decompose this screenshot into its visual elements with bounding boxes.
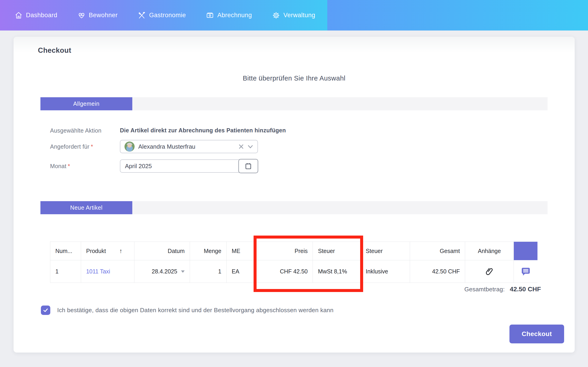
total-value: 42.50 CHF — [510, 286, 541, 293]
checkout-card: Checkout Bitte überprüfen Sie Ihre Auswa… — [14, 37, 575, 352]
home-icon — [15, 11, 23, 19]
clear-icon[interactable] — [238, 144, 244, 150]
cell-number: 1 — [50, 260, 81, 283]
tab-allgemein[interactable]: Allgemein — [40, 97, 132, 110]
col-header-actions — [514, 242, 537, 260]
review-subtitle: Bitte überprüfen Sie Ihre Auswahl — [14, 75, 575, 82]
chevron-down-icon[interactable] — [247, 144, 253, 150]
tab-neue-artikel[interactable]: Neue Artikel — [40, 201, 132, 214]
banknote-icon — [206, 11, 214, 19]
nav-item-label: Gastronomie — [149, 12, 186, 19]
screen: Dashboard Bewohner Gastronomie Abrechnun… — [0, 0, 588, 367]
tabstrip-general: Allgemein — [40, 97, 548, 110]
cell-unit: EA — [227, 260, 258, 283]
cell-date[interactable]: 28.4.2025 — [134, 260, 190, 283]
top-navbar: Dashboard Bewohner Gastronomie Abrechnun… — [0, 0, 588, 31]
checkmark-icon — [43, 307, 48, 313]
nav-items: Dashboard Bewohner Gastronomie Abrechnun… — [15, 0, 315, 31]
total-row: Gesamtbetrag: 42.50 CHF — [464, 286, 541, 293]
nav-item-label: Verwaltung — [284, 12, 315, 19]
cutlery-icon — [138, 11, 146, 19]
cell-price: CHF 42.50 — [258, 260, 313, 283]
required-marker: * — [68, 163, 70, 169]
nav-item-gastronomie[interactable]: Gastronomie — [138, 11, 186, 19]
requested-for-value: Alexandra Musterfrau — [138, 143, 238, 150]
nav-item-abrechnung[interactable]: Abrechnung — [206, 11, 252, 19]
calendar-icon — [245, 162, 252, 170]
action-value: Die Artikel direkt zur Abrechnung des Pa… — [120, 127, 286, 134]
nav-item-label: Bewohner — [89, 12, 118, 19]
confirmation-row: Ich bestätige, dass die obigen Daten kor… — [41, 306, 334, 315]
checkout-button[interactable]: Checkout — [510, 325, 564, 343]
month-label: Monat* — [50, 163, 70, 169]
nav-item-label: Abrechnung — [217, 12, 252, 19]
cell-actions — [514, 260, 537, 283]
nav-item-bewohner[interactable]: Bewohner — [78, 11, 118, 19]
heart-pulse-icon — [78, 11, 86, 19]
cell-quantity: 1 — [190, 260, 227, 283]
calendar-button[interactable] — [238, 159, 258, 173]
requested-for-label: Angefordert für* — [50, 143, 93, 150]
cell-tax: MwSt 8,1% — [313, 260, 361, 283]
table-header-row: Num... Produkt ↑ Datum Menge ME Preis St… — [50, 242, 537, 260]
col-header-date: Datum — [134, 242, 190, 260]
col-header-total: Gesamt — [410, 242, 465, 260]
items-table: Num... Produkt ↑ Datum Menge ME Preis St… — [50, 242, 537, 283]
product-link[interactable]: 1011 Taxi — [86, 268, 110, 275]
nav-item-label: Dashboard — [26, 12, 57, 19]
sort-asc-icon[interactable]: ↑ — [119, 248, 122, 255]
requested-for-select[interactable]: Alexandra Musterfrau — [120, 140, 258, 153]
dropdown-arrow-icon — [181, 270, 185, 273]
table-row: 1 1011 Taxi 28.4.2025 1 EA CHF 42.50 MwS… — [50, 260, 537, 283]
avatar — [124, 142, 135, 152]
col-header-product[interactable]: Produkt ↑ — [81, 242, 134, 260]
month-value: April 2025 — [125, 163, 152, 170]
cell-product: 1011 Taxi — [81, 260, 134, 283]
col-header-tax: Steuer — [313, 242, 361, 260]
tabstrip-new-items: Neue Artikel — [40, 201, 548, 214]
nav-item-verwaltung[interactable]: Verwaltung — [272, 11, 315, 19]
col-header-price: Preis — [258, 242, 313, 260]
col-header-attachments: Anhänge — [465, 242, 514, 260]
gear-icon — [272, 11, 280, 19]
cell-tax-mode: Inklusive — [361, 260, 410, 283]
page-title: Checkout — [38, 46, 71, 55]
confirmation-checkbox[interactable] — [41, 306, 50, 315]
comment-icon[interactable] — [521, 267, 531, 277]
col-header-tax-mode: Steuer — [361, 242, 410, 260]
month-input[interactable]: April 2025 — [120, 159, 258, 173]
total-label: Gesamtbetrag: — [464, 286, 505, 293]
nav-item-dashboard[interactable]: Dashboard — [15, 11, 57, 19]
navbar-gradient-right — [327, 0, 588, 31]
action-label: Ausgewählte Aktion — [50, 127, 102, 134]
paperclip-icon — [485, 267, 494, 276]
col-header-unit: ME — [227, 242, 258, 260]
col-header-quantity: Menge — [190, 242, 227, 260]
cell-attachments[interactable] — [465, 260, 514, 283]
cell-total: 42.50 CHF — [410, 260, 465, 283]
confirmation-text: Ich bestätige, dass die obigen Daten kor… — [57, 307, 334, 314]
col-header-number: Num... — [50, 242, 81, 260]
required-marker: * — [91, 143, 93, 150]
